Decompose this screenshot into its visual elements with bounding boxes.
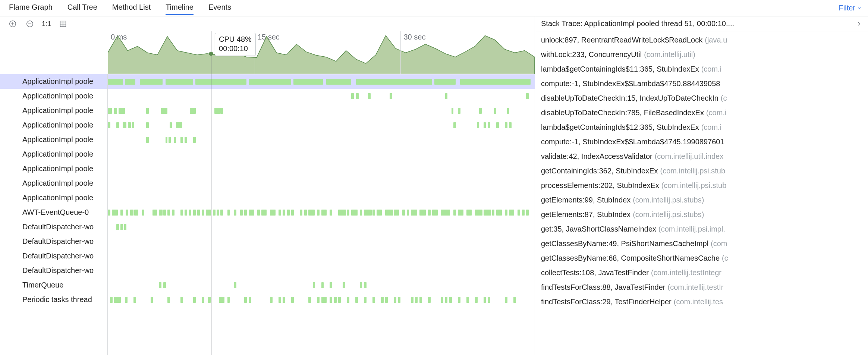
stack-frame[interactable]: getClassesByName:49, PsiShortNamesCacheI… <box>535 236 868 251</box>
thread-activity-area[interactable] <box>108 74 535 355</box>
stack-frame[interactable]: getClassesByName:68, CompositeShortNames… <box>535 251 868 266</box>
thread-row-label[interactable]: ApplicationImpl poole <box>0 176 107 191</box>
thread-activity-row[interactable] <box>108 282 535 288</box>
thread-activity-row[interactable] <box>108 253 535 259</box>
stack-frame[interactable]: withLock:233, ConcurrencyUtil(com.intell… <box>535 47 868 62</box>
stack-trace-panel: Stack Trace: ApplicationImpl pooled thre… <box>535 16 868 355</box>
tab-events[interactable]: Events <box>208 1 231 15</box>
stack-frame-sig: validate:42, IndexAccessValidator <box>541 152 652 161</box>
stack-frame-pkg: (com.i <box>706 109 726 117</box>
thread-activity-row[interactable] <box>108 224 535 230</box>
threads-viewport: ApplicationImpl pooleApplicationImpl poo… <box>0 74 535 355</box>
thread-activity-row[interactable] <box>108 268 535 274</box>
filter-label: Filter <box>839 4 855 12</box>
grid-toggle-button[interactable] <box>58 19 68 29</box>
stack-frame-sig: getContainingIds:362, StubIndexEx <box>541 167 658 175</box>
thread-activity-row[interactable] <box>108 210 535 216</box>
thread-activity-row[interactable] <box>108 137 535 143</box>
stack-trace-header: Stack Trace: ApplicationImpl pooled thre… <box>535 16 868 31</box>
tab-timeline[interactable]: Timeline <box>166 1 194 15</box>
thread-row-label[interactable]: ApplicationImpl poole <box>0 118 107 132</box>
thread-row-label[interactable]: AWT-EventQueue-0 <box>0 205 107 220</box>
zoom-in-button[interactable] <box>7 19 18 29</box>
thread-row-label[interactable]: ApplicationImpl poole <box>0 74 107 89</box>
stack-frame[interactable]: findTestsForClass:29, TestFinderHelper(c… <box>535 295 868 309</box>
stack-frame[interactable]: findTestsForClass:88, JavaTestFinder(com… <box>535 280 868 295</box>
stack-frame[interactable]: lambda$getContainingIds$11:365, StubInde… <box>535 62 868 76</box>
thread-activity-row[interactable] <box>108 180 535 186</box>
stack-frame-sig: getElements:87, StubIndex <box>541 210 630 219</box>
stack-frame-sig: getClassesByName:68, CompositeShortNames… <box>541 254 720 263</box>
stack-frame-sig: disableUpToDateCheckIn:785, FileBasedInd… <box>541 109 704 117</box>
tab-method-list[interactable]: Method List <box>112 1 151 15</box>
thread-row-label[interactable]: ApplicationImpl poole <box>0 191 107 205</box>
thread-row-label[interactable]: DefaultDispatcher-wo <box>0 249 107 263</box>
thread-row-label[interactable]: ApplicationImpl poole <box>0 89 107 103</box>
chevron-right-icon[interactable] <box>856 21 862 27</box>
stack-frame-sig: collectTests:108, JavaTestFinder <box>541 268 649 277</box>
cpu-overview: 0 ms15 sec30 secCPU 48%00:00:10 <box>0 31 535 74</box>
tab-flame-graph[interactable]: Flame Graph <box>9 1 53 15</box>
stack-frame-sig: findTestsForClass:88, JavaTestFinder <box>541 283 665 292</box>
cpu-overview-chart[interactable]: 0 ms15 sec30 secCPU 48%00:00:10 <box>108 31 535 74</box>
stack-frame-sig: withLock:233, ConcurrencyUtil <box>541 50 642 59</box>
timeline-toolbar: 1:1 <box>0 16 535 31</box>
thread-row-label[interactable]: ApplicationImpl poole <box>0 132 107 147</box>
thread-row-label[interactable]: DefaultDispatcher-wo <box>0 220 107 234</box>
thread-row-label[interactable]: ApplicationImpl poole <box>0 161 107 176</box>
stack-frame[interactable]: getContainingIds:362, StubIndexEx(com.in… <box>535 164 868 178</box>
stack-frame[interactable]: getElements:87, StubIndex(com.intellij.p… <box>535 207 868 222</box>
thread-activity-row[interactable] <box>108 151 535 157</box>
zoom-out-button[interactable] <box>25 19 35 29</box>
stack-frame[interactable]: validate:42, IndexAccessValidator(com.in… <box>535 149 868 164</box>
cursor-handle[interactable] <box>209 51 213 56</box>
stack-frame[interactable]: compute:-1, StubIndexEx$$Lambda$4750.884… <box>535 76 868 91</box>
stack-frame-sig: lambda$getContainingIds$12:365, StubInde… <box>541 123 699 132</box>
stack-frame-pkg: (com <box>711 239 727 248</box>
svg-rect-5 <box>60 21 66 27</box>
thread-activity-row[interactable] <box>108 93 535 99</box>
thread-activity-row[interactable] <box>108 297 535 303</box>
stack-frame[interactable]: getElements:99, StubIndex(com.intellij.p… <box>535 193 868 207</box>
thread-activity-row[interactable] <box>108 166 535 172</box>
fit-button[interactable]: 1:1 <box>42 19 51 29</box>
tab-strip: Flame GraphCall TreeMethod ListTimelineE… <box>0 0 868 16</box>
thread-row-label[interactable]: DefaultDispatcher-wo <box>0 263 107 278</box>
stack-frame-sig: processElements:202, StubIndexEx <box>541 181 659 190</box>
stack-frame[interactable]: disableUpToDateCheckIn:15, IndexUpToDate… <box>535 91 868 106</box>
stack-frame-pkg: (com.intellij.testIr <box>667 283 723 292</box>
stack-frame[interactable]: compute:-1, StubIndexEx$$Lambda$4745.199… <box>535 135 868 149</box>
stack-frame[interactable]: processElements:202, StubIndexEx(com.int… <box>535 178 868 193</box>
stack-frame-sig: compute:-1, StubIndexEx$$Lambda$4745.199… <box>541 138 724 146</box>
stack-frame-pkg: (com.intellij.util) <box>644 50 695 59</box>
stack-frame[interactable]: lambda$getContainingIds$12:365, StubInde… <box>535 120 868 135</box>
thread-activity-row[interactable] <box>108 195 535 201</box>
time-marker: 15 sec <box>258 33 280 41</box>
thread-activity-row[interactable] <box>108 79 535 85</box>
stack-frame[interactable]: get:35, JavaShortClassNameIndex(com.inte… <box>535 222 868 236</box>
stack-frame-sig: unlock:897, ReentrantReadWriteLock$ReadL… <box>541 36 702 44</box>
thread-row-label[interactable]: ApplicationImpl poole <box>0 103 107 118</box>
thread-activity-row[interactable] <box>108 108 535 114</box>
thread-row-label[interactable]: DefaultDispatcher-wo <box>0 234 107 249</box>
stack-frame-sig: lambda$getContainingIds$11:365, StubInde… <box>541 65 699 73</box>
stack-frame-sig: compute:-1, StubIndexEx$$Lambda$4750.884… <box>541 79 720 88</box>
stack-trace-title: Stack Trace: ApplicationImpl pooled thre… <box>541 19 852 28</box>
stack-frame-pkg: (com.intellij.tes <box>674 298 723 306</box>
tab-call-tree[interactable]: Call Tree <box>67 1 97 15</box>
cursor-tooltip: CPU 48%00:00:10 <box>215 33 256 56</box>
time-marker: 30 sec <box>403 33 425 41</box>
thread-row-label[interactable]: Periodic tasks thread <box>0 292 107 307</box>
chevron-down-icon <box>857 6 862 11</box>
thread-activity-row[interactable] <box>108 239 535 245</box>
thread-row-label[interactable]: ApplicationImpl poole <box>0 147 107 161</box>
thread-row-label[interactable]: TimerQueue <box>0 278 107 292</box>
thread-activity-row[interactable] <box>108 122 535 128</box>
stack-frame-pkg: (com.intellij.psi.stub <box>661 181 727 190</box>
stack-frame-pkg: (com.intellij.psi.impl. <box>658 225 725 233</box>
stack-trace-list[interactable]: unlock:897, ReentrantReadWriteLock$ReadL… <box>535 31 868 355</box>
filter-dropdown[interactable]: Filter <box>839 4 862 12</box>
stack-frame[interactable]: collectTests:108, JavaTestFinder(com.int… <box>535 266 868 280</box>
stack-frame[interactable]: disableUpToDateCheckIn:785, FileBasedInd… <box>535 106 868 120</box>
stack-frame[interactable]: unlock:897, ReentrantReadWriteLock$ReadL… <box>535 33 868 47</box>
